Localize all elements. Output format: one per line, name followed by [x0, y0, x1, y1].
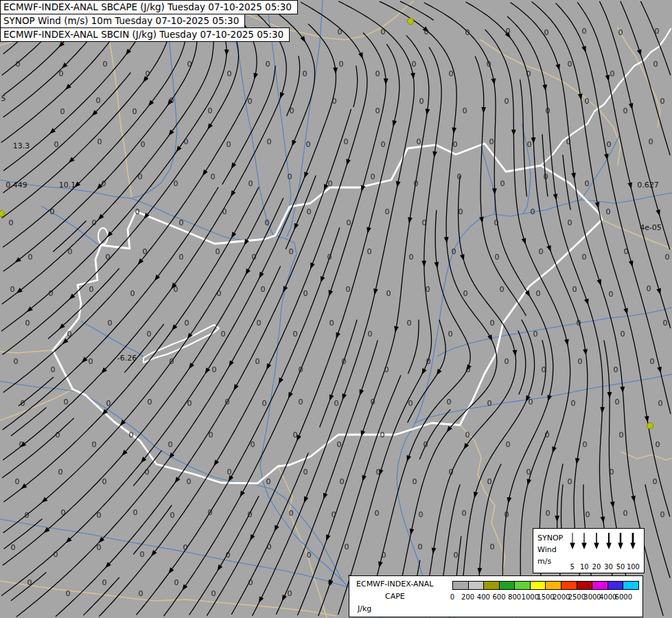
streamline-arrow-icon [452, 128, 456, 134]
streamline-arrow-icon [555, 64, 560, 71]
streamline-arrow-icon [467, 364, 472, 371]
streamline-arrow-icon [20, 442, 26, 447]
map-canvas [0, 0, 672, 618]
down-arrow-icon [629, 531, 637, 549]
cape-color-segment [577, 582, 592, 589]
streamline [298, 36, 429, 615]
cape-tick-label: 400 [477, 593, 490, 601]
streamline-arrow-icon [435, 262, 439, 268]
title-line-sbcin: ECMWF-INDEX-ANAL SBCIN (J/kg) Tuesday 07… [0, 27, 290, 42]
streamline-arrow-icon [333, 67, 338, 73]
streamline-arrow-icon [531, 137, 536, 144]
streamline-arrow-icon [259, 272, 264, 279]
streamline-arrow-icon [408, 217, 413, 223]
streamline-arrow-icon [548, 395, 553, 402]
streamline-arrow-icon [297, 435, 301, 442]
streamline-arrow-icon [189, 363, 194, 369]
station-marker-icon [0, 211, 5, 217]
streamline-arrow-icon [329, 394, 334, 401]
streamline-arrow-icon [487, 334, 492, 341]
streamline-arrow-icon [246, 268, 251, 275]
cape-legend-subtitle: CAPE [385, 592, 405, 601]
streamline-arrow-icon [553, 194, 558, 200]
streamline-arrow-icon [595, 202, 600, 209]
streamline-arrow-icon [555, 516, 559, 522]
streamline-arrow-icon [437, 369, 442, 375]
streamline-arrow-icon [294, 223, 299, 230]
streamline-arrow-icon [492, 188, 497, 194]
streamline-arrow-icon [575, 458, 580, 464]
cape-legend-unit: J/kg [358, 604, 371, 613]
cape-tick-label: 0 [450, 593, 454, 601]
streamline-arrow-icon [231, 190, 235, 197]
streamline [137, 228, 340, 615]
cape-color-segment [607, 582, 623, 589]
streamline-arrow-icon [167, 100, 173, 106]
river [81, 321, 143, 357]
streamline [189, 496, 259, 615]
cape-color-segment [530, 582, 546, 589]
streamline-arrow-icon [584, 299, 589, 306]
streamline-arrow-icon [15, 257, 21, 262]
down-arrow-icon [605, 531, 613, 549]
streamline-arrow-icon [126, 49, 131, 55]
streamline-arrow-icon [601, 516, 605, 523]
streamline [507, 16, 620, 615]
streamline-arrow-icon [250, 534, 255, 541]
streamline-arrow-icon [231, 163, 236, 170]
streamline-arrow-icon [182, 584, 187, 591]
wind-speed-column: 20 [590, 531, 603, 571]
streamline-arrow-icon [432, 151, 437, 157]
streamline [11, 573, 46, 601]
streamline-arrow-icon [474, 492, 478, 499]
title-line-sbcape: ECMWF-INDEX-ANAL SBCAPE (J/kg) Tuesday 0… [0, 0, 298, 14]
streamline-arrow-icon [207, 123, 213, 129]
station-markers-layer [0, 19, 653, 429]
streamline-arrow-icon [583, 349, 588, 355]
wind-speed-label: 50 [616, 563, 625, 571]
streamline-arrow-icon [542, 84, 547, 91]
streamline [134, 450, 162, 485]
station-marker-icon [647, 423, 653, 429]
streamline-arrow-icon [275, 525, 279, 532]
cape-color-segment [514, 582, 530, 589]
streamline-arrow-icon [361, 431, 365, 437]
streamline-arrow-icon [323, 493, 327, 500]
streamline-arrow-icon [522, 238, 526, 244]
down-arrow-icon [592, 531, 601, 549]
streamline-arrow-icon [546, 245, 551, 252]
streamline [542, 135, 548, 196]
streamline-arrow-icon [552, 446, 556, 453]
streamline-arrow-icon [259, 597, 264, 604]
streamline-arrow-icon [479, 217, 484, 223]
streamline [54, 221, 86, 251]
wind-speed-label: 100 [627, 563, 640, 571]
streamline-arrow-icon [360, 389, 364, 396]
map-title-box: ECMWF-INDEX-ANAL SBCAPE (J/kg) Tuesday 0… [0, 0, 298, 42]
streamline-arrow-icon [288, 392, 293, 399]
streamline-arrow-icon [362, 475, 367, 482]
streamline-arrow-icon [605, 75, 610, 82]
weather-map-app: 0000000000000000000000000000000000000000… [0, 0, 672, 618]
border-white-northeast [541, 29, 671, 165]
wind-speed-column: 30 [603, 531, 615, 571]
streamline-arrow-icon [148, 100, 154, 106]
streamline-arrow-icon [478, 568, 483, 574]
wind-speed-label: 10 [580, 563, 589, 571]
hungary-border [53, 144, 602, 483]
down-arrow-icon [568, 531, 577, 549]
wind-speed-label: 30 [604, 563, 613, 571]
streamline [520, 80, 527, 196]
streamline-arrow-icon [231, 232, 236, 239]
streamline [287, 56, 300, 116]
wind-speed-scale: 510203050100 [566, 529, 644, 573]
streamline-arrow-icon [421, 368, 426, 375]
streamline-arrow-icon [326, 534, 330, 541]
foreign-borders-layer [0, 0, 672, 618]
wind-speed-column: 100 [627, 531, 640, 571]
cape-tick-label: 1000 [522, 593, 539, 601]
cape-legend-title: ECMWF-INDEX-ANAL [356, 580, 433, 588]
streamline-arrow-icon [513, 350, 518, 356]
streamlines-layer [1, 1, 671, 617]
river [437, 308, 672, 356]
